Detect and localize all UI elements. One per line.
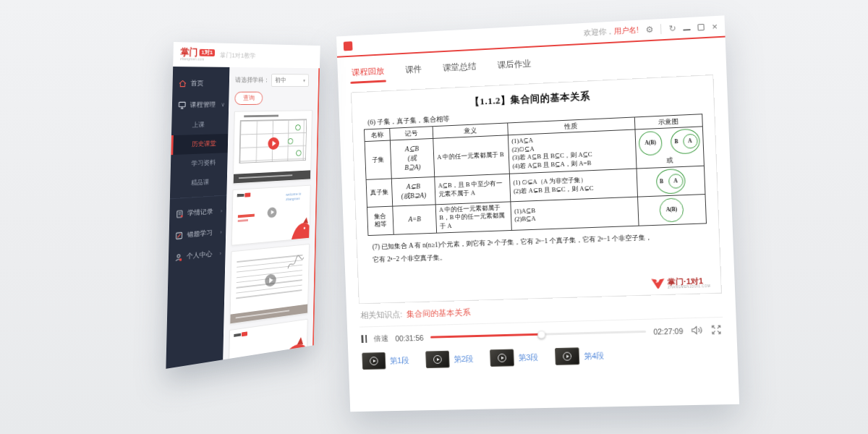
welcome-text: 欢迎你，用户名!	[584, 25, 639, 38]
zhangmen-mini-logo	[237, 192, 251, 197]
chevron-down-icon: ∨	[221, 101, 225, 108]
sidebar-item-profile[interactable]: 个人中心 ›	[169, 242, 226, 269]
fox-mascot-graphic	[286, 217, 311, 242]
refresh-icon[interactable]: ↻	[668, 24, 676, 33]
knowledge-point-label: 相关知识点:	[360, 309, 402, 320]
segment-3[interactable]: 第3段	[490, 349, 538, 367]
app-logo-mini	[344, 41, 353, 51]
gear-icon[interactable]: ⚙	[646, 25, 654, 35]
venn-nested-circles: B A	[671, 129, 700, 155]
sidebar-subitem-premium-course[interactable]: 精品课	[170, 171, 227, 194]
maximize-button[interactable]	[698, 23, 705, 30]
play-icon	[433, 355, 442, 364]
video-thumbnail-list: welcome to zhangmen	[229, 110, 312, 359]
app-header: 掌门 1对1 zhangmen.com 掌门1对1教学	[173, 42, 320, 68]
play-icon	[563, 352, 571, 361]
video-thumbnail-brand-slide[interactable]: welcome to zhangmen	[231, 185, 311, 246]
chevron-right-icon: ›	[220, 250, 222, 256]
cell-meaning: A 中的任一元素都属于 B，B 中的任一元素都属于 A	[435, 201, 511, 233]
record-icon	[176, 210, 184, 218]
venn-single-circle: A(B)	[638, 131, 663, 156]
caret-down-icon: ▾	[303, 78, 305, 83]
titlebar-divider	[660, 24, 662, 34]
cell-properties: (1)A⊆A (2)∅⊆A (3)若 A⊆B 且 B⊆C，则 A⊆C (4)若 …	[509, 129, 637, 173]
zhangmen-fox-icon	[652, 278, 665, 290]
cell-name: 集合 相等	[367, 206, 393, 236]
cell-diagram: A(B)	[637, 194, 706, 226]
app-logo: 掌门 1对1 zhangmen.com	[180, 47, 215, 61]
sidebar-divider	[170, 195, 226, 199]
zhangmen-mini-logo	[234, 331, 247, 338]
cell-symbol: A=B	[392, 204, 436, 234]
current-time: 00:31:56	[395, 333, 424, 343]
cell-properties: (1)A⊆B (2)B⊆A	[511, 197, 639, 231]
sidebar-subitem-history-class[interactable]: 历史课堂	[171, 134, 228, 155]
sidebar-subitem-materials[interactable]: 学习资料	[171, 153, 228, 174]
query-button[interactable]: 查询	[234, 92, 263, 105]
person-icon	[175, 252, 183, 261]
progress-fill	[430, 333, 542, 339]
tab-class-summary[interactable]: 课堂总结	[443, 61, 477, 80]
course-list-window: 掌门 1对1 zhangmen.com 掌门1对1教学 首页	[166, 42, 320, 369]
venn-nested-circles: B A	[655, 168, 685, 194]
play-icon	[267, 207, 276, 218]
subject-filter-label: 请选择学科：	[235, 76, 270, 85]
cell-diagram: A(B) B A 或	[635, 127, 704, 168]
chevron-right-icon: ›	[221, 208, 223, 214]
cell-symbol: A⊊B (或B⊋A)	[391, 176, 435, 206]
sidebar-subitem-class[interactable]: 上课	[171, 115, 229, 135]
tab-homework[interactable]: 课后作业	[497, 58, 532, 77]
monitor-icon	[178, 101, 186, 109]
progress-handle[interactable]	[537, 331, 545, 339]
segment-2[interactable]: 第2段	[425, 350, 474, 368]
fullscreen-icon[interactable]	[710, 324, 722, 336]
header-name: 名称	[365, 128, 390, 142]
cell-symbol: A⊆B (或 B⊇A)	[390, 139, 435, 179]
play-icon	[498, 354, 506, 362]
video-thumbnail-whiteboard[interactable]	[229, 244, 309, 324]
cell-meaning: A 中的任一元素都属于 B	[433, 135, 510, 176]
total-time: 02:27:09	[653, 326, 684, 336]
courseware-slide: 【1.1.2】集合间的基本关系 (6) 子集，真子集，集合相等 名称 记号 意义…	[351, 75, 722, 304]
handwriting-squiggle	[286, 254, 305, 272]
video-thumbnail-table-slide[interactable]	[233, 110, 312, 184]
cell-name: 子集	[365, 140, 392, 179]
pause-button[interactable]	[361, 335, 367, 343]
slide-note: (7) 已知集合 A 有 n(n≥1)个元素，则它有 2ⁿ 个子集，它有 2ⁿ−…	[373, 230, 710, 267]
or-label: 或	[639, 155, 701, 166]
course-list-panel: 请选择学科： 初中 ▾ 查询	[223, 67, 318, 359]
segment-thumbnail	[490, 349, 514, 367]
progress-bar[interactable]	[430, 331, 646, 339]
segment-4[interactable]: 第4段	[555, 346, 604, 365]
chevron-right-icon: ›	[220, 229, 222, 235]
main-content-window: 欢迎你，用户名! ⚙ ↻ × 课程回放 课件 课堂总结 课后作业 【1.1.2】…	[336, 15, 739, 412]
play-icon	[370, 357, 378, 365]
page-background: 欢迎你，用户名! ⚙ ↻ × 课程回放 课件 课堂总结 课后作业 【1.1.2】…	[0, 0, 868, 434]
sidebar: 首页 课程管理 ∨ 上课 历史课堂 学习资料 精品课	[166, 67, 229, 369]
segment-thumbnail	[555, 347, 579, 365]
cell-name: 真子集	[366, 179, 392, 208]
volume-icon[interactable]	[690, 325, 704, 336]
tab-courseware[interactable]: 课件	[405, 63, 422, 81]
mini-slide-title	[244, 115, 278, 118]
cell-properties: (1) ∅⊊A（A 为非空子集） (2)若 A⊊B 且 B⊊C，则 A⊊C	[510, 169, 638, 202]
knowledge-point-value: 集合间的基本关系	[407, 307, 471, 320]
sets-relation-table: 名称 记号 意义 性质 示意图 子集 A⊆B (或 B⊇A) A 中的任一元素都…	[364, 114, 706, 236]
playback-speed-button[interactable]: 倍速	[374, 333, 389, 344]
home-icon	[179, 80, 187, 88]
close-button[interactable]: ×	[712, 21, 718, 31]
segment-thumbnail	[425, 351, 450, 368]
brand-text-graphic	[238, 214, 255, 224]
segment-1[interactable]: 第1段	[362, 352, 409, 370]
sidebar-item-course-management[interactable]: 课程管理 ∨	[172, 94, 229, 116]
zhangmen-logo: 掌门·1对1 ZHANGMEN1DUI1.COM	[652, 276, 711, 289]
cell-meaning: A⊆B，且 B 中至少有一元素不属于 A	[435, 174, 511, 205]
video-thumbnail-brand-slide-2[interactable]	[229, 319, 308, 360]
tab-course-playback[interactable]: 课程回放	[352, 65, 385, 84]
minimize-button[interactable]	[684, 29, 691, 31]
pencil-icon	[175, 231, 183, 240]
subject-select[interactable]: 初中 ▾	[271, 74, 309, 87]
thumbnail-caption-bar	[234, 170, 310, 183]
cell-diagram: B A	[637, 166, 705, 197]
sidebar-item-home[interactable]: 首页	[172, 72, 229, 94]
